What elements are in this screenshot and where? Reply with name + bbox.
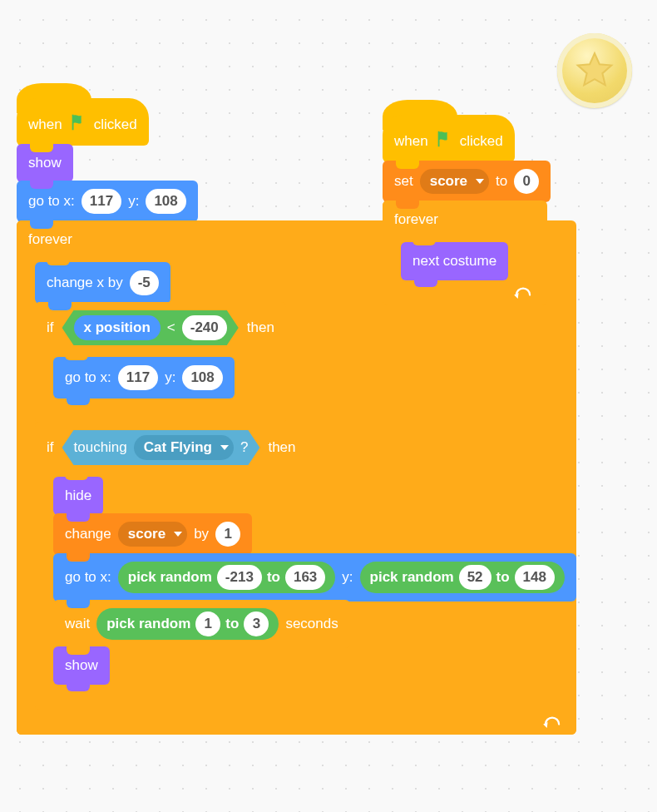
by-label: by [194,526,209,542]
goto-xy-block-inner[interactable]: go to x: 117 y: 108 [53,357,235,399]
goto-x-label: go to x: [65,369,111,386]
hat-when-label: when [394,133,428,150]
goto-y-input[interactable]: 108 [182,365,222,390]
when-flag-clicked-block[interactable]: when clicked [383,115,515,162]
then-label: then [268,439,295,456]
lt-operator[interactable]: x position < -240 [62,310,239,345]
goto-x-label: go to x: [65,569,111,586]
goto-y-label: y: [128,193,139,210]
loop-arrow-icon [514,285,532,304]
next-costume-label: next costume [412,253,496,270]
touching-q: ? [240,439,248,456]
to-label: to [496,173,507,190]
pick-random-b[interactable]: 163 [285,565,325,590]
green-flag-icon [435,130,453,152]
change-x-by-block[interactable]: change x by -5 [35,262,170,304]
pick-random-wait[interactable]: pick random 1 to 3 [96,608,279,640]
touching-label: touching [74,439,127,456]
goto-y-input[interactable]: 108 [146,189,185,214]
if-label: if [47,319,54,336]
change-value-input[interactable]: 1 [215,522,240,547]
change-x-input[interactable]: -5 [130,270,159,295]
forever-block[interactable]: forever next costume [383,201,547,305]
goto-xy-random-block[interactable]: go to x: pick random -213 to 163 y: pick… [53,553,576,602]
forever-label: forever [28,231,72,248]
variable-dropdown[interactable]: score [420,169,489,194]
next-costume-block[interactable]: next costume [401,242,508,280]
goto-y-label: y: [165,369,175,386]
change-label: change [65,526,111,542]
change-x-label: change x by [47,275,123,291]
to-label: to [225,616,239,632]
touching-target-dropdown[interactable]: Cat Flying [134,435,234,460]
if-xpos-block[interactable]: if x position < -240 then go to x: 117 y… [35,302,286,423]
pick-random-x[interactable]: pick random -213 to 163 [118,562,336,593]
touching-predicate[interactable]: touching Cat Flying ? [62,430,260,465]
lt-rhs-input[interactable]: -240 [182,315,227,340]
script-stack-2[interactable]: when clicked set score to 0 forever next… [383,116,599,305]
green-flag-icon [69,113,87,136]
show-label: show [65,657,98,674]
set-label: set [394,173,413,190]
show-label: show [28,155,62,171]
to-label: to [267,569,280,586]
variable-dropdown[interactable]: score [118,522,187,547]
pick-random-label: pick random [106,616,190,632]
goto-y-label: y: [342,569,353,586]
when-flag-clicked-block[interactable]: when clicked [17,98,149,146]
hide-label: hide [65,488,91,504]
pick-random-label: pick random [128,569,212,586]
if-label: if [47,439,54,456]
pick-random-label: pick random [370,569,454,586]
star-icon [574,50,615,92]
if-touching-block[interactable]: if touching Cat Flying ? then hide chang… [35,422,576,710]
hide-block[interactable]: hide [53,477,103,515]
then-label: then [247,319,274,336]
goto-x-input[interactable]: 117 [82,189,121,214]
to-label: to [496,569,510,586]
x-position-reporter[interactable]: x position [74,315,161,340]
wait-block[interactable]: wait pick random 1 to 3 seconds [53,600,350,648]
pick-random-b[interactable]: 148 [515,565,555,590]
pick-random-a[interactable]: 52 [459,565,492,590]
hat-clicked-label: clicked [460,133,503,150]
pick-random-a[interactable]: -213 [217,565,262,590]
pick-random-a[interactable]: 1 [195,611,220,636]
pick-random-y[interactable]: pick random 52 to 148 [360,562,565,593]
hat-when-label: when [28,116,62,133]
seconds-label: seconds [285,616,338,632]
wait-label: wait [65,616,90,632]
lt-symbol: < [167,319,175,336]
pick-random-b[interactable]: 3 [244,611,269,636]
set-value-input[interactable]: 0 [514,169,539,194]
forever-label: forever [394,211,438,228]
hat-clicked-label: clicked [94,116,137,133]
goto-x-label: go to x: [28,193,75,210]
achievement-badge [557,33,632,108]
goto-x-input[interactable]: 117 [118,365,158,390]
loop-arrow-icon [543,714,561,733]
